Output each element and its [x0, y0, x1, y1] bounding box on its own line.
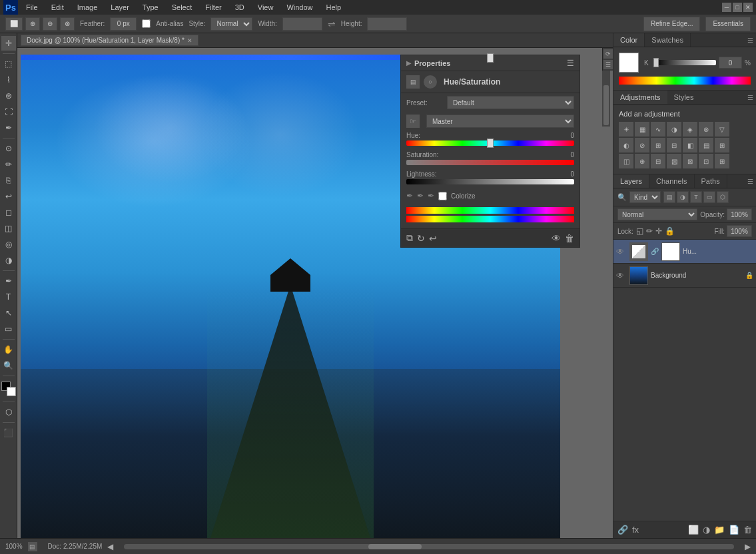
- undo-icon[interactable]: ↩: [429, 233, 437, 244]
- layer-row-background[interactable]: 👁 Background 🔒: [613, 264, 756, 288]
- layer-visibility-husat[interactable]: 👁: [616, 247, 627, 256]
- height-input[interactable]: [367, 17, 407, 31]
- lock-transparent-icon[interactable]: ◱: [636, 226, 643, 236]
- hue-thumb[interactable]: [487, 138, 494, 148]
- hand-tool[interactable]: ✋: [1, 342, 16, 357]
- rect-select-btn[interactable]: ⬜: [5, 17, 23, 31]
- filter-type-icon[interactable]: T: [690, 191, 702, 203]
- new-group-icon[interactable]: 📁: [714, 525, 725, 535]
- color-preview[interactable]: [619, 53, 639, 73]
- menu-layer[interactable]: Layer: [108, 2, 132, 13]
- lightness-thumb[interactable]: [487, 53, 494, 63]
- maximize-button[interactable]: □: [733, 3, 742, 12]
- layer-fx-icon[interactable]: fx: [632, 525, 639, 535]
- clip-layer-icon[interactable]: ⧉: [406, 232, 413, 244]
- layer-link-icon[interactable]: 🔗: [617, 525, 628, 535]
- trash-icon[interactable]: 🗑: [565, 233, 574, 244]
- quick-select-tool[interactable]: ⊛: [1, 89, 16, 103]
- rotate-view-btn[interactable]: ⟳: [603, 49, 613, 59]
- add-select-btn[interactable]: ⊕: [25, 17, 40, 31]
- menu-filter[interactable]: Filter: [202, 2, 224, 13]
- collapse-icon[interactable]: ▶: [406, 59, 412, 67]
- layer-row-husat[interactable]: 👁 🔗 Hu...: [613, 240, 756, 264]
- delete-layer-icon[interactable]: 🗑: [743, 525, 752, 535]
- add-mask-icon[interactable]: ⬜: [688, 525, 699, 535]
- vibrance-icon[interactable]: ◈: [683, 122, 697, 137]
- new-layer-icon[interactable]: 📄: [729, 525, 739, 535]
- type-tool[interactable]: T: [1, 290, 16, 304]
- menu-edit[interactable]: Edit: [49, 2, 67, 13]
- fill-input[interactable]: [727, 225, 752, 237]
- clone-stamp-tool[interactable]: ⎘: [1, 173, 16, 188]
- crop-tool[interactable]: ⛶: [1, 105, 16, 119]
- photo-filter-icon[interactable]: ⊘: [635, 138, 649, 152]
- props-layer-icon[interactable]: ▤: [406, 75, 420, 89]
- spot-heal-tool[interactable]: ⊙: [1, 141, 16, 156]
- style-select[interactable]: Normal: [210, 17, 252, 31]
- menu-type[interactable]: Type: [140, 2, 161, 13]
- h-scrollbar-thumb[interactable]: [368, 544, 422, 549]
- adjustments-menu[interactable]: ☰: [745, 91, 756, 104]
- gradient-map-icon[interactable]: ◫: [619, 154, 633, 168]
- canvas-tab[interactable]: Dock.jpg @ 100% (Hue/Saturation 1, Layer…: [21, 35, 198, 46]
- menu-window[interactable]: Window: [284, 2, 315, 13]
- horizontal-scrollbar[interactable]: [124, 544, 734, 549]
- dodge-tool[interactable]: ◑: [1, 253, 16, 268]
- curves-icon[interactable]: ∿: [651, 122, 665, 137]
- intersect-select-btn[interactable]: ⊗: [60, 17, 75, 31]
- tab-layers[interactable]: Layers: [613, 174, 649, 188]
- invert-icon[interactable]: ◧: [683, 138, 697, 152]
- adj-extra5[interactable]: ⊞: [715, 154, 729, 168]
- menu-file[interactable]: File: [23, 2, 41, 13]
- adj-extra3[interactable]: ⊠: [683, 154, 697, 168]
- menu-3d[interactable]: 3D: [232, 2, 247, 13]
- vertical-scrollbar[interactable]: [602, 71, 610, 127]
- tab-adjustments[interactable]: Adjustments: [613, 91, 667, 104]
- adj-extra1[interactable]: ⊟: [651, 154, 665, 168]
- pen-tool[interactable]: ✒: [1, 274, 16, 288]
- menu-select[interactable]: Select: [169, 2, 195, 13]
- adj-extra2[interactable]: ▧: [667, 154, 681, 168]
- levels-icon[interactable]: ▦: [635, 122, 649, 137]
- filter-shape-icon[interactable]: ▭: [703, 191, 715, 203]
- brightness-contrast-icon[interactable]: ☀: [619, 122, 633, 137]
- blend-mode-select[interactable]: Normal: [617, 208, 697, 220]
- hue-saturation-icon[interactable]: ⊗: [699, 122, 713, 137]
- filter-pixel-icon[interactable]: ▤: [663, 191, 675, 203]
- eyedropper-tool[interactable]: ✒: [1, 121, 16, 135]
- path-select-tool[interactable]: ↖: [1, 306, 16, 320]
- exposure-icon[interactable]: ◑: [667, 122, 681, 137]
- kind-select[interactable]: Kind: [629, 191, 661, 203]
- canvas-tab-close[interactable]: ✕: [187, 37, 192, 44]
- channel-select[interactable]: Master: [426, 115, 574, 128]
- add-adjustment-icon[interactable]: ◑: [703, 525, 710, 535]
- menu-view[interactable]: View: [255, 2, 276, 13]
- eyedropper2-icon[interactable]: ✒: [417, 191, 424, 200]
- screen-mode-tool[interactable]: ⬛: [1, 425, 16, 440]
- visibility-icon[interactable]: 👁: [552, 233, 561, 244]
- tab-color[interactable]: Color: [613, 33, 645, 47]
- width-input[interactable]: [282, 17, 322, 31]
- zoom-indicator-btn[interactable]: ▤: [28, 542, 37, 551]
- channel-mixer-icon[interactable]: ⊞: [651, 138, 665, 152]
- background-color[interactable]: [7, 387, 16, 396]
- color-lookup-icon[interactable]: ⊟: [667, 138, 681, 152]
- opacity-input[interactable]: [727, 208, 752, 220]
- colorize-checkbox[interactable]: [438, 192, 447, 200]
- preset-select[interactable]: Default: [447, 96, 574, 109]
- menu-help[interactable]: Help: [324, 2, 344, 13]
- lasso-tool[interactable]: ⌇: [1, 73, 16, 87]
- channel-eyedropper-icon[interactable]: ☞: [406, 115, 420, 128]
- close-button[interactable]: ✕: [743, 3, 753, 12]
- filter-adj-icon[interactable]: ◑: [677, 191, 689, 203]
- scroll-right-btn[interactable]: ▶: [745, 542, 751, 551]
- shape-tool[interactable]: ▭: [1, 322, 16, 336]
- eyedropper3-icon[interactable]: ✒: [428, 191, 434, 200]
- threshold-icon[interactable]: ⊞: [715, 138, 729, 152]
- k-slider-thumb[interactable]: [653, 58, 659, 67]
- move-tool[interactable]: ✛: [1, 36, 16, 51]
- refine-edge-button[interactable]: Refine Edge...: [643, 17, 700, 31]
- minimize-button[interactable]: ─: [722, 3, 731, 12]
- tab-paths[interactable]: Paths: [695, 174, 727, 188]
- scrollbar-thumb[interactable]: [603, 85, 609, 125]
